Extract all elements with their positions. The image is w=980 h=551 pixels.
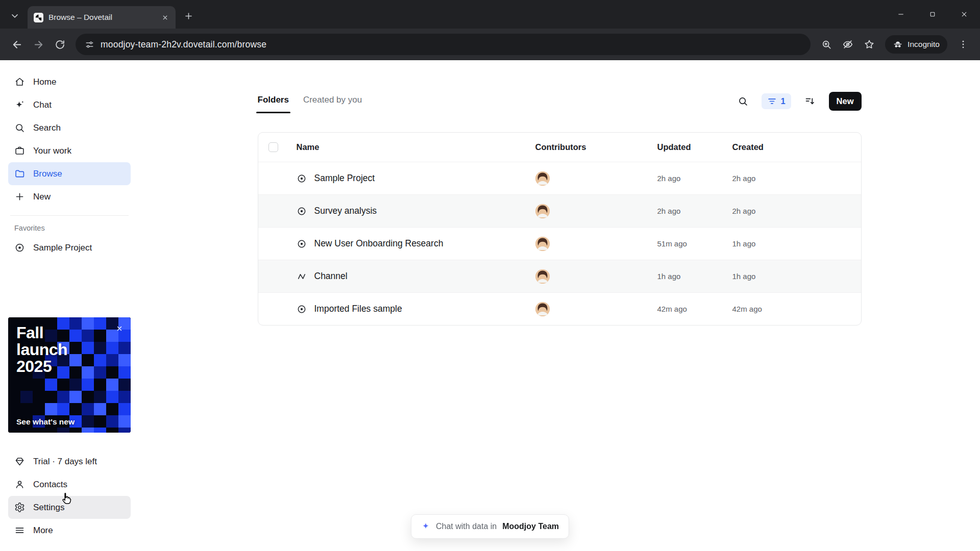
select-all-checkbox[interactable] (268, 142, 278, 152)
search-icon (14, 122, 25, 133)
back-button[interactable] (6, 34, 28, 55)
bookmark-star-icon[interactable] (859, 34, 880, 55)
sparkle-icon (421, 522, 430, 531)
sidebar-item-chat[interactable]: Chat (8, 93, 131, 116)
filter-count: 1 (780, 96, 785, 106)
table-row[interactable]: Channel 1h ago 1h ago (258, 260, 861, 292)
sidebar-item-label: Search (33, 123, 61, 133)
column-header-created: Created (732, 142, 861, 152)
promo-cta-link[interactable]: See what's new (16, 417, 75, 427)
sort-button[interactable] (801, 93, 819, 110)
sidebar-item-search[interactable]: Search (8, 116, 131, 139)
minimize-button[interactable] (885, 0, 917, 29)
promo-close-icon[interactable] (113, 322, 126, 335)
browser-tab[interactable]: Browse – Dovetail (28, 6, 176, 29)
contributor-avatar (535, 204, 550, 218)
table-row[interactable]: Survey analysis 2h ago 2h ago (258, 194, 861, 227)
sidebar-item-contacts[interactable]: Contacts (8, 473, 131, 496)
filter-icon (767, 96, 777, 106)
dovetail-favicon-icon (34, 13, 43, 22)
column-header-name: Name (290, 142, 535, 152)
view-tabs: Folders Created by you (258, 93, 362, 110)
hamburger-icon (14, 525, 25, 536)
updated-time: 2h ago (657, 174, 732, 183)
channel-icon (297, 271, 307, 282)
browser-menu-icon[interactable] (952, 34, 974, 55)
incognito-icon (893, 39, 903, 49)
folder-name: Channel (314, 271, 348, 282)
contributor-avatar (535, 269, 550, 284)
contributor-avatar (535, 237, 550, 251)
created-time: 2h ago (732, 174, 861, 183)
sidebar-item-label: New (33, 192, 51, 202)
sidebar-item-label: Chat (33, 100, 52, 110)
sidebar: Home Chat Search Your work Browse (0, 60, 139, 551)
folder-name: Survey analysis (314, 206, 377, 216)
content-header: Folders Created by you 1 (258, 92, 862, 111)
chat-pill-text: Chat with data in (436, 522, 497, 531)
promo-title: Fall launch 2025 (16, 324, 93, 375)
window-controls (885, 0, 980, 29)
sidebar-item-more[interactable]: More (8, 519, 131, 542)
folder-name: Imported Files sample (314, 304, 402, 314)
updated-time: 1h ago (657, 272, 732, 281)
table-row[interactable]: Imported Files sample 42m ago 42m ago (258, 292, 861, 325)
site-info-icon[interactable] (85, 40, 94, 49)
table-header-row: Name Contributors Updated Created (258, 133, 861, 162)
favorite-item-label: Sample Project (33, 243, 92, 253)
created-time: 1h ago (732, 239, 861, 248)
new-folder-button[interactable]: New (829, 92, 862, 111)
updated-time: 42m ago (657, 305, 732, 313)
favorite-item-sample-project[interactable]: Sample Project (8, 236, 131, 259)
browser-toolbar: moodjoy-team-2h2v.dovetail.com/browse In… (0, 29, 980, 60)
folders-table: Name Contributors Updated Created Sample… (258, 132, 862, 325)
gear-icon (14, 502, 25, 513)
favorites-heading: Favorites (14, 224, 125, 232)
contributor-avatar (535, 171, 550, 186)
tab-created-by-you[interactable]: Created by you (303, 93, 362, 110)
promo-card[interactable]: Fall launch 2025 See what's new (8, 317, 131, 433)
zoom-icon[interactable] (816, 34, 837, 55)
url-bar[interactable]: moodjoy-team-2h2v.dovetail.com/browse (76, 34, 811, 55)
close-window-button[interactable] (948, 0, 980, 29)
created-time: 2h ago (732, 207, 861, 215)
project-disc-icon (297, 239, 307, 249)
incognito-badge: Incognito (885, 35, 947, 54)
search-button[interactable] (734, 93, 751, 110)
updated-time: 2h ago (657, 207, 732, 215)
incognito-label: Incognito (908, 40, 940, 49)
tab-close-icon[interactable] (159, 12, 170, 23)
sidebar-item-settings[interactable]: Settings (8, 496, 131, 519)
column-header-updated: Updated (657, 142, 732, 152)
table-row[interactable]: New User Onboarding Research 51m ago 1h … (258, 227, 861, 260)
sidebar-item-trial[interactable]: Trial · 7 days left (8, 450, 131, 473)
table-row[interactable]: Sample Project 2h ago 2h ago (258, 162, 861, 194)
home-icon (14, 77, 25, 87)
tab-title: Browse – Dovetail (48, 13, 154, 22)
sidebar-item-label: Home (33, 77, 56, 87)
column-header-contributors: Contributors (535, 142, 657, 152)
briefcase-icon (14, 145, 25, 156)
tab-folders[interactable]: Folders (258, 93, 289, 110)
content-controls: 1 New (734, 92, 861, 111)
new-tab-button[interactable] (180, 7, 197, 24)
chat-with-data-pill[interactable]: Chat with data in Moodjoy Team (411, 514, 569, 539)
folder-name: New User Onboarding Research (314, 238, 444, 249)
folder-icon (14, 168, 25, 179)
filter-button[interactable]: 1 (762, 93, 791, 109)
folder-name: Sample Project (314, 173, 375, 184)
chat-pill-team: Moodjoy Team (502, 522, 559, 531)
eye-off-icon[interactable] (837, 34, 859, 55)
sidebar-item-label: Browse (33, 169, 62, 179)
sidebar-item-new[interactable]: New (8, 185, 131, 208)
sidebar-item-your-work[interactable]: Your work (8, 139, 131, 162)
forward-button[interactable] (28, 34, 49, 55)
created-time: 42m ago (732, 305, 861, 313)
sidebar-item-browse[interactable]: Browse (8, 162, 131, 185)
sidebar-item-home[interactable]: Home (8, 70, 131, 93)
reload-button[interactable] (49, 34, 70, 55)
plus-icon (14, 191, 25, 202)
main-content: Folders Created by you 1 (139, 60, 980, 551)
maximize-button[interactable] (917, 0, 948, 29)
chevron-down-icon[interactable] (6, 7, 23, 24)
